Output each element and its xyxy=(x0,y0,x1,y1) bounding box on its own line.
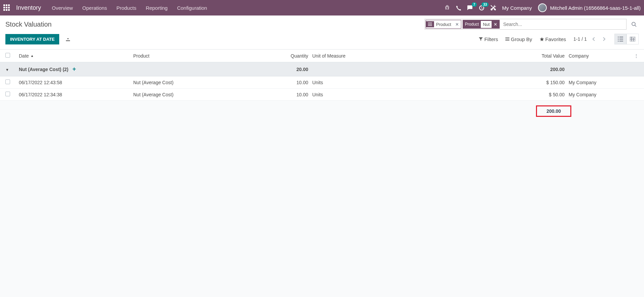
main-navbar: Inventory Overview Operations Products R… xyxy=(0,0,644,15)
table-header: Date ▲ Product Quantity Unit of Measure … xyxy=(0,50,644,62)
app-title[interactable]: Inventory xyxy=(16,4,41,11)
collapse-icon[interactable]: ▼ xyxy=(5,68,9,72)
tools-icon[interactable] xyxy=(491,5,496,10)
svg-rect-12 xyxy=(618,41,619,41)
svg-rect-13 xyxy=(619,41,623,41)
nav-operations[interactable]: Operations xyxy=(82,5,107,11)
add-record-icon[interactable]: + xyxy=(72,66,76,73)
pivot-icon xyxy=(630,37,635,41)
facet-group-remove[interactable]: ✕ xyxy=(453,22,461,27)
group-label: Nut (Average Cost) (2) xyxy=(19,67,68,72)
footer-total-highlight: 200.00 xyxy=(536,105,571,117)
user-menu[interactable]: Mitchell Admin (16566864-saas-15-1-all) xyxy=(538,3,641,12)
pager-next-icon[interactable] xyxy=(601,35,607,43)
optional-columns-icon[interactable]: ⋮ xyxy=(629,53,639,59)
svg-point-3 xyxy=(632,22,635,26)
pivot-view-button[interactable] xyxy=(627,34,639,44)
cell-total: $ 150.00 xyxy=(386,80,565,85)
bug-icon[interactable] xyxy=(444,5,450,10)
pager: 1-1 / 1 xyxy=(573,35,607,43)
search-facet-filter[interactable]: Product Nut ✕ xyxy=(463,20,500,29)
favorites-button[interactable]: Favorites xyxy=(540,36,566,42)
group-qty: 20.00 xyxy=(268,67,308,72)
list-icon xyxy=(618,37,623,41)
activities-icon[interactable]: 33 xyxy=(479,5,485,11)
nav-configuration[interactable]: Configuration xyxy=(177,5,207,11)
download-icon[interactable] xyxy=(65,36,71,42)
cell-qty: 10.00 xyxy=(268,92,308,97)
col-header-quantity[interactable]: Quantity xyxy=(268,53,308,59)
svg-rect-14 xyxy=(630,37,635,41)
filter-icon xyxy=(479,37,483,41)
list-view-button[interactable] xyxy=(614,34,627,44)
svg-rect-9 xyxy=(619,37,623,37)
facet-filter-value: Nut xyxy=(481,21,492,28)
cell-product: Nut (Average Cost) xyxy=(133,80,268,85)
activities-badge: 33 xyxy=(481,2,489,7)
company-switcher[interactable]: My Company xyxy=(502,5,532,11)
pager-prev-icon[interactable] xyxy=(591,35,597,43)
view-switcher xyxy=(614,34,639,44)
phone-icon[interactable] xyxy=(456,5,461,10)
group-facet-icon xyxy=(426,21,434,27)
cell-company: My Company xyxy=(565,92,629,97)
facet-filter-remove[interactable]: ✕ xyxy=(492,22,499,27)
cell-total: $ 50.00 xyxy=(386,92,565,97)
nav-reporting[interactable]: Reporting xyxy=(146,5,168,11)
table-row[interactable]: 06/17/2022 12:43:58 Nut (Average Cost) 1… xyxy=(0,76,644,89)
apps-menu-icon[interactable] xyxy=(3,4,10,11)
col-header-total[interactable]: Total Value xyxy=(386,53,565,59)
nav-menu: Overview Operations Products Reporting C… xyxy=(52,5,207,11)
nav-products[interactable]: Products xyxy=(116,5,136,11)
cell-date: 06/17/2022 12:34:38 xyxy=(19,92,133,97)
company-name: My Company xyxy=(502,5,532,11)
col-header-uom[interactable]: Unit of Measure xyxy=(308,53,386,59)
facet-group-label: Product xyxy=(434,22,453,27)
valuation-table: Date ▲ Product Quantity Unit of Measure … xyxy=(0,50,644,122)
col-header-date[interactable]: Date ▲ xyxy=(19,53,133,59)
sort-asc-icon: ▲ xyxy=(31,54,34,58)
footer-row: 200.00 xyxy=(0,101,644,122)
group-total: 200.00 xyxy=(386,67,565,72)
svg-rect-8 xyxy=(618,37,619,37)
search-input[interactable] xyxy=(500,22,626,27)
messages-icon[interactable]: 7 xyxy=(467,5,473,11)
search-icon[interactable] xyxy=(629,20,639,29)
star-icon xyxy=(540,37,544,41)
cell-uom: Units xyxy=(308,80,386,85)
search-bar[interactable]: Product ✕ Product Nut ✕ xyxy=(425,19,627,30)
group-by-icon xyxy=(505,37,509,41)
cell-date: 06/17/2022 12:43:58 xyxy=(19,80,133,85)
row-checkbox[interactable] xyxy=(5,79,10,84)
nav-overview[interactable]: Overview xyxy=(52,5,73,11)
inventory-at-date-button[interactable]: INVENTORY AT DATE xyxy=(5,34,59,44)
group-row[interactable]: ▼ Nut (Average Cost) (2) + 20.00 200.00 xyxy=(0,62,644,76)
avatar xyxy=(538,3,547,12)
cell-product: Nut (Average Cost) xyxy=(133,92,268,97)
filters-button[interactable]: Filters xyxy=(479,36,498,42)
col-header-product[interactable]: Product xyxy=(133,53,268,59)
svg-rect-10 xyxy=(618,39,619,39)
pager-text[interactable]: 1-1 / 1 xyxy=(573,36,587,42)
cell-company: My Company xyxy=(565,80,629,85)
svg-rect-11 xyxy=(619,39,623,39)
cell-uom: Units xyxy=(308,92,386,97)
table-row[interactable]: 06/17/2022 12:34:38 Nut (Average Cost) 1… xyxy=(0,89,644,101)
messages-badge: 7 xyxy=(472,2,477,7)
facet-filter-key: Product xyxy=(463,22,481,27)
row-checkbox[interactable] xyxy=(5,92,10,96)
control-panel: Stock Valuation Product ✕ Product Nut ✕ xyxy=(0,15,644,50)
search-facet-group[interactable]: Product ✕ xyxy=(426,20,461,29)
col-header-company[interactable]: Company xyxy=(565,53,629,59)
select-all-checkbox[interactable] xyxy=(5,53,10,58)
user-name: Mitchell Admin (16566864-saas-15-1-all) xyxy=(550,5,641,11)
svg-line-4 xyxy=(635,25,636,27)
group-by-button[interactable]: Group By xyxy=(505,36,532,42)
cell-qty: 10.00 xyxy=(268,80,308,85)
page-title: Stock Valuation xyxy=(5,21,52,28)
